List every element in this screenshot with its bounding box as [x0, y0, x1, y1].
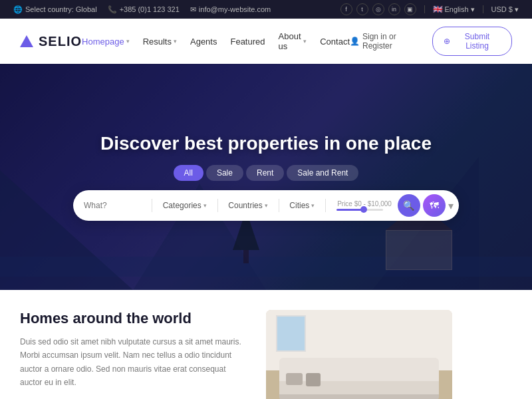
- countries-caret-icon: ▾: [265, 202, 268, 209]
- language-label: English: [445, 5, 469, 13]
- search-icon: 🔍: [403, 200, 414, 211]
- nav-links: Homepage ▾ Results ▾ Agents Featured Abo…: [82, 31, 350, 51]
- map-icon: 🗺: [430, 200, 439, 211]
- categories-label: Categories: [163, 201, 201, 210]
- price-slider[interactable]: [336, 209, 383, 211]
- hero-background: Discover best properties in one place Al…: [0, 64, 532, 290]
- nav-actions: 👤 Sign in or Register ⊕ Submit Listing: [350, 27, 512, 56]
- cities-caret-icon: ▾: [311, 202, 315, 209]
- sofa-seat: [279, 381, 439, 394]
- linkedin-icon[interactable]: in: [388, 3, 400, 15]
- homes-image: [266, 310, 452, 399]
- homes-description: Duis sed odio sit amet nibh vulputate cu…: [20, 335, 246, 390]
- homes-title: Homes around the world: [20, 310, 246, 327]
- nav-homepage-label: Homepage: [82, 37, 124, 47]
- nav-agents[interactable]: Agents: [190, 37, 217, 47]
- sofa-decoration: [279, 358, 439, 399]
- topbar-divider2: [483, 5, 483, 13]
- currency-label: USD $: [491, 5, 513, 13]
- nav-about[interactable]: About us ▾: [279, 31, 307, 51]
- homepage-caret-icon: ▾: [126, 38, 130, 45]
- phone-icon: 📞: [108, 5, 117, 14]
- tab-rent[interactable]: Rent: [246, 165, 284, 181]
- sign-in-label: Sign in or Register: [362, 32, 424, 51]
- plus-circle-icon: ⊕: [444, 37, 450, 46]
- phone-info: 📞 +385 (0)1 123 321: [108, 5, 180, 14]
- top-bar: 🌐 Select country: Global 📞 +385 (0)1 123…: [0, 0, 532, 19]
- price-range-section: Price $0 - $10,000: [331, 201, 398, 211]
- search-divider-1: [152, 199, 152, 212]
- interior-scene: [266, 310, 452, 399]
- nav-results[interactable]: Results ▾: [143, 37, 177, 47]
- nav-contact[interactable]: Contact: [320, 37, 350, 47]
- hero-section: Discover best properties in one place Al…: [0, 64, 532, 290]
- sofa-base: [279, 394, 439, 399]
- search-bar: Categories ▾ Countries ▾ Cities ▾ Price …: [73, 190, 459, 221]
- categories-dropdown[interactable]: Categories ▾: [158, 201, 212, 210]
- expand-search-button[interactable]: ▾: [446, 200, 456, 212]
- flag-icon: 🇬🇧: [433, 5, 443, 14]
- nav-results-label: Results: [143, 37, 172, 47]
- search-button[interactable]: 🔍: [398, 194, 420, 217]
- countries-label: Countries: [228, 201, 262, 210]
- sign-in-link[interactable]: 👤 Sign in or Register: [350, 32, 424, 51]
- pillow2-decoration: [306, 373, 321, 386]
- country-label: Select country: Global: [25, 5, 97, 13]
- price-slider-container: [336, 209, 392, 211]
- nav-featured[interactable]: Featured: [230, 37, 265, 47]
- social-links: f t ◎ in ▣: [340, 3, 416, 15]
- facebook-icon[interactable]: f: [340, 3, 352, 15]
- search-divider-4: [325, 199, 326, 212]
- tab-all[interactable]: All: [174, 165, 203, 181]
- hero-content: Discover best properties in one place Al…: [0, 120, 532, 234]
- email-address: info@my-website.com: [199, 5, 271, 13]
- countries-dropdown[interactable]: Countries ▾: [223, 201, 273, 210]
- user-icon: 👤: [350, 37, 360, 46]
- nav-about-label: About us: [279, 31, 302, 51]
- bottom-section: Homes around the world Duis sed odio sit…: [0, 290, 532, 399]
- phone-number: +385 (0)1 123 321: [120, 5, 180, 13]
- map-view-button[interactable]: 🗺: [423, 194, 446, 217]
- lang-caret-icon: ▾: [471, 5, 475, 14]
- nav-contact-label: Contact: [320, 37, 350, 47]
- homes-text: Homes around the world Duis sed odio sit…: [20, 310, 246, 399]
- logo-triangle-icon: [20, 35, 33, 47]
- language-selector[interactable]: 🇬🇧 English ▾: [433, 5, 475, 14]
- chevron-down-icon: ▾: [448, 200, 454, 211]
- search-divider-3: [279, 199, 279, 212]
- tab-sale[interactable]: Sale: [206, 165, 243, 181]
- email-info: ✉ info@my-website.com: [190, 5, 271, 14]
- camera-icon[interactable]: ▣: [404, 3, 416, 15]
- currency-selector[interactable]: USD $ ▾: [491, 5, 519, 14]
- submit-listing-label: Submit Listing: [454, 32, 501, 51]
- filter-tabs: All Sale Rent Sale and Rent: [13, 165, 519, 181]
- submit-listing-button[interactable]: ⊕ Submit Listing: [432, 27, 512, 56]
- nav-featured-label: Featured: [230, 37, 265, 47]
- cities-label: Cities: [289, 201, 309, 210]
- search-what-input[interactable]: [84, 201, 146, 210]
- twitter-icon[interactable]: t: [356, 3, 368, 15]
- tab-sale-rent[interactable]: Sale and Rent: [287, 165, 358, 181]
- about-caret-icon: ▾: [303, 38, 307, 45]
- pillow1-decoration: [286, 373, 303, 385]
- topbar-divider: [424, 5, 425, 13]
- logo[interactable]: SELIO: [20, 34, 82, 49]
- logo-text: SELIO: [39, 34, 82, 49]
- email-icon: ✉: [190, 5, 196, 14]
- globe-icon: 🌐: [13, 5, 23, 14]
- country-selector[interactable]: 🌐 Select country: Global: [13, 5, 97, 14]
- hero-title: Discover best properties in one place: [13, 133, 519, 154]
- nav-homepage[interactable]: Homepage ▾: [82, 37, 130, 47]
- window-decoration: [276, 315, 306, 352]
- currency-caret-icon: ▾: [515, 5, 519, 14]
- nav-agents-label: Agents: [190, 37, 217, 47]
- results-caret-icon: ▾: [174, 38, 177, 45]
- main-nav: SELIO Homepage ▾ Results ▾ Agents Featur…: [0, 19, 532, 64]
- categories-caret-icon: ▾: [203, 202, 207, 209]
- search-divider-2: [217, 199, 218, 212]
- sofa-back: [279, 358, 439, 381]
- instagram-icon[interactable]: ◎: [372, 3, 384, 15]
- cities-dropdown[interactable]: Cities ▾: [284, 201, 320, 210]
